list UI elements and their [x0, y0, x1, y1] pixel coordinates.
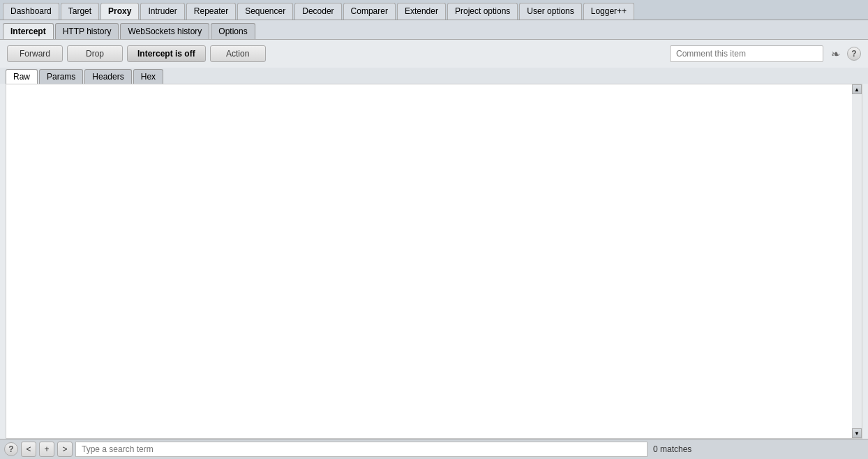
sub-tab-options[interactable]: Options — [211, 23, 255, 39]
main-container: DashboardTargetProxyIntruderRepeaterSequ… — [0, 0, 868, 459]
inner-tab-hex[interactable]: Hex — [133, 69, 163, 84]
nav-tab-extender[interactable]: Extender — [397, 3, 446, 20]
nav-tab-repeater[interactable]: Repeater — [186, 3, 236, 20]
toolbar: Forward Drop Intercept is off Action ❧ ? — [0, 40, 868, 68]
forward-button[interactable]: Forward — [7, 45, 63, 62]
inner-tab-raw[interactable]: Raw — [6, 69, 38, 84]
editor-area: ▲ ▼ — [6, 84, 862, 439]
intercept-button[interactable]: Intercept is off — [127, 45, 206, 62]
scroll-down-arrow[interactable]: ▼ — [852, 428, 862, 438]
nav-tab-user-options[interactable]: User options — [519, 3, 581, 20]
nav-tab-comparer[interactable]: Comparer — [343, 3, 396, 20]
bottom-help-icon[interactable]: ? — [4, 442, 18, 456]
nav-tab-dashboard[interactable]: Dashboard — [3, 3, 59, 20]
next-button[interactable]: > — [57, 442, 73, 457]
inner-tab-headers[interactable]: Headers — [84, 69, 131, 84]
nav-tab-intruder[interactable]: Intruder — [140, 3, 184, 20]
search-input[interactable] — [75, 442, 648, 457]
help-icon[interactable]: ? — [847, 47, 861, 61]
scrollbar: ▲ ▼ — [852, 84, 862, 438]
sub-tab-websockets-history[interactable]: WebSockets history — [120, 23, 209, 39]
top-nav: DashboardTargetProxyIntruderRepeaterSequ… — [0, 0, 868, 20]
matches-label: 0 matches — [653, 444, 691, 454]
inner-tabs: RawParamsHeadersHex — [0, 68, 868, 84]
nav-tab-sequencer[interactable]: Sequencer — [237, 3, 293, 20]
bottom-bar: ? < + > 0 matches — [0, 439, 868, 459]
nav-tab-project-options[interactable]: Project options — [447, 3, 518, 20]
sub-nav: InterceptHTTP historyWebSockets historyO… — [0, 20, 868, 40]
comment-input[interactable] — [670, 45, 823, 62]
prev-button[interactable]: < — [21, 442, 36, 457]
add-button[interactable]: + — [39, 442, 54, 457]
nav-tab-proxy[interactable]: Proxy — [100, 3, 139, 20]
action-button[interactable]: Action — [210, 45, 266, 62]
drop-button[interactable]: Drop — [67, 45, 123, 62]
sub-tab-http-history[interactable]: HTTP history — [55, 23, 119, 39]
sub-tab-intercept[interactable]: Intercept — [3, 23, 54, 39]
send-icon[interactable]: ❧ — [828, 46, 843, 61]
scroll-up-arrow[interactable]: ▲ — [852, 84, 862, 94]
nav-tab-logger++[interactable]: Logger++ — [583, 3, 634, 20]
scroll-track[interactable] — [852, 94, 862, 428]
nav-tab-decoder[interactable]: Decoder — [294, 3, 341, 20]
nav-tab-target[interactable]: Target — [61, 3, 99, 20]
content-area: InterceptHTTP historyWebSockets historyO… — [0, 20, 868, 459]
inner-tab-params[interactable]: Params — [39, 69, 83, 84]
